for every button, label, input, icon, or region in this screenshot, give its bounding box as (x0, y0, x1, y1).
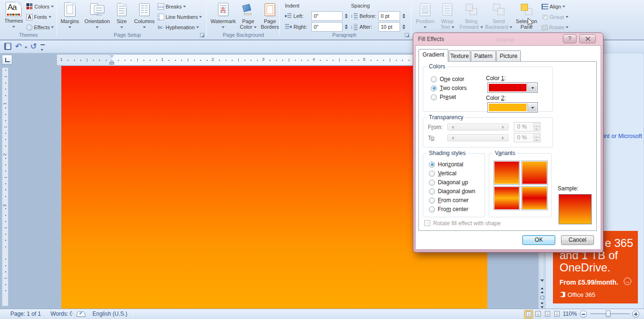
close-button[interactable] (579, 34, 596, 43)
draft-view-button[interactable] (552, 310, 561, 319)
rotate-button[interactable]: Rotate (542, 23, 569, 32)
tab-gradient[interactable]: Gradient (418, 49, 448, 62)
theme-fonts-button[interactable]: A Fonts (26, 12, 51, 22)
undo-dropdown[interactable] (25, 47, 27, 50)
spacing-after-input[interactable]: 10 pt (378, 22, 400, 32)
spacing-after-stepper[interactable] (401, 22, 407, 32)
tab-stop-selector[interactable] (2, 55, 12, 65)
variant-3[interactable] (493, 186, 520, 210)
office-logo (560, 292, 565, 297)
color1-dropdown-button[interactable] (527, 83, 537, 92)
customize-qat-button[interactable] (41, 44, 45, 55)
variant-4[interactable] (521, 186, 548, 210)
line-numbers-button[interactable]: 12 Line Numbers (158, 12, 202, 22)
left-indent-marker[interactable] (109, 62, 114, 65)
color1-dropdown[interactable] (487, 82, 538, 93)
fullscreen-view-button[interactable] (534, 310, 543, 319)
transparency-from-spinner: 0 % (514, 122, 541, 131)
radio-from-corner[interactable]: From corner (429, 197, 468, 204)
radio-diagonal-down[interactable]: Diagonal down (429, 188, 475, 195)
zoom-in-button[interactable] (632, 311, 639, 318)
color2-dropdown-button[interactable] (527, 103, 537, 112)
radio-horizontal[interactable]: Horizontal (429, 161, 463, 168)
page-color-button[interactable]: Page Color (238, 1, 259, 32)
gradient-tab-page: Colors One color Two colors Preset Color… (418, 61, 597, 231)
indent-right-input[interactable]: 0" (311, 22, 343, 32)
theme-colors-button[interactable]: Colors (26, 2, 54, 11)
radio-two-colors[interactable]: Two colors (431, 85, 467, 91)
ok-button[interactable]: OK (522, 235, 555, 245)
selection-pane-icon (520, 3, 533, 16)
radio-diagonal-up[interactable]: Diagonal up (429, 179, 468, 186)
send-backward-button[interactable]: Send Backward (485, 1, 512, 32)
hyphenation-button[interactable]: bc- Hyphenation (158, 23, 199, 32)
zoom-slider-thumb[interactable] (606, 311, 611, 317)
theme-effects-button[interactable]: Effects (26, 23, 54, 32)
print-layout-view-button[interactable] (524, 310, 533, 319)
indent-left-stepper[interactable] (343, 11, 349, 21)
ruler-number: 1 (2, 102, 7, 105)
tab-pattern[interactable]: Pattern (471, 50, 496, 61)
radio-preset[interactable]: Preset (431, 94, 456, 100)
group-button[interactable]: Group (542, 12, 569, 22)
position-button[interactable]: Position (414, 1, 436, 32)
radio-from-center[interactable]: From center (429, 206, 468, 213)
language-indicator[interactable]: English (U.S.) (92, 311, 127, 317)
bring-forward-icon (465, 3, 477, 16)
group-label-page-setup: Page Setup (94, 32, 160, 38)
undo-button[interactable]: ↶ (15, 42, 22, 50)
select-browse-object-button[interactable] (538, 294, 546, 301)
page-borders-button[interactable]: Page Borders (259, 1, 281, 32)
variant-1[interactable] (493, 161, 520, 185)
columns-button[interactable]: Columns (132, 1, 157, 32)
themes-button[interactable]: Aa Themes (3, 1, 25, 32)
page-indicator[interactable]: Page: 1 of 1 (10, 311, 41, 317)
sample-label: Sample: (558, 185, 578, 192)
spacing-before-input[interactable]: 0 pt (378, 11, 400, 21)
cancel-button[interactable]: Cancel (561, 235, 594, 245)
web-layout-icon (545, 311, 550, 317)
align-button[interactable]: Align (542, 2, 565, 11)
wrap-text-button[interactable]: Wrap Text (437, 1, 458, 32)
ruler-number: 1 (161, 57, 163, 62)
radio-one-color[interactable]: One color (431, 76, 464, 82)
scroll-down-button[interactable] (538, 278, 546, 285)
bring-forward-button[interactable]: Bring Forward (459, 1, 484, 32)
breaks-button[interactable]: Breaks (158, 2, 186, 11)
help-button[interactable]: ? (563, 34, 577, 43)
margins-icon (64, 2, 75, 16)
orientation-button[interactable]: Orientation (83, 1, 112, 32)
tab-texture[interactable]: Texture (449, 50, 470, 61)
radio-vertical[interactable]: Vertical (429, 170, 456, 177)
draft-icon (554, 311, 560, 317)
variants-group: Variants (489, 153, 552, 217)
margins-button[interactable]: Margins (58, 1, 82, 32)
web-layout-view-button[interactable] (543, 310, 552, 319)
save-button[interactable] (4, 43, 11, 52)
paragraph-dialog-launcher[interactable] (405, 33, 410, 38)
close-icon (585, 37, 590, 41)
wrap-text-icon (443, 3, 452, 16)
color2-dropdown[interactable] (487, 102, 538, 113)
watermark-button[interactable]: A Watermark (209, 1, 237, 32)
previous-page-button[interactable] (538, 286, 546, 293)
variant-2[interactable] (521, 161, 548, 185)
tab-picture[interactable]: Picture (496, 50, 521, 61)
line-numbers-icon: 12 (158, 14, 164, 20)
spacing-before-stepper[interactable] (401, 11, 407, 21)
size-button[interactable]: Size (112, 1, 131, 32)
indent-right-stepper[interactable] (343, 22, 349, 32)
vertical-ruler[interactable]: 123 (2, 67, 8, 306)
zoom-out-button[interactable] (580, 311, 587, 318)
theme-effects-icon (26, 25, 33, 31)
page-setup-dialog-launcher[interactable] (200, 33, 205, 38)
proofing-icon[interactable] (77, 311, 84, 318)
hanging-indent-marker[interactable] (109, 57, 114, 62)
redo-button[interactable]: ↺ (30, 42, 37, 50)
indent-left-input[interactable]: 0" (311, 11, 343, 21)
rotate-fill-checkbox (424, 220, 430, 226)
word-count[interactable]: Words: 0 (50, 311, 73, 317)
selection-pane-button[interactable]: Selection Pane (514, 1, 539, 32)
spacing-label: Spacing (351, 3, 370, 8)
zoom-level[interactable]: 110% (563, 311, 577, 317)
